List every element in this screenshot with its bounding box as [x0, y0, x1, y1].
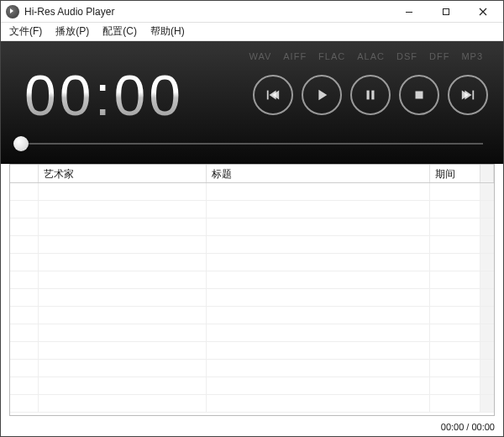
app-icon [6, 5, 19, 18]
format-flac: FLAC [318, 51, 345, 61]
format-wav: WAV [249, 51, 271, 61]
table-row [10, 289, 494, 307]
format-dsf: DSF [396, 51, 417, 61]
table-row [10, 218, 494, 236]
format-dff: DFF [429, 51, 449, 61]
format-alac: ALAC [357, 51, 385, 61]
stop-button[interactable] [399, 75, 439, 115]
menu-help[interactable]: 帮助(H) [145, 23, 190, 40]
table-row [10, 377, 494, 395]
scrollbar-header [480, 165, 494, 182]
table-row [10, 360, 494, 377]
next-button[interactable] [448, 75, 488, 115]
status-bar: 00:00 / 00:00 [1, 419, 503, 436]
window-title: Hi-Res Audio Player [24, 6, 114, 18]
maximize-button[interactable] [428, 1, 465, 23]
seek-thumb[interactable] [13, 136, 29, 151]
col-number[interactable] [10, 165, 39, 182]
menu-play[interactable]: 播放(P) [50, 23, 94, 40]
table-row [10, 236, 494, 254]
minimize-button[interactable] [391, 1, 428, 23]
player-panel: WAV AIFF FLAC ALAC DSF DFF MP3 00:00 [1, 41, 503, 164]
seek-track [21, 143, 483, 145]
svg-marker-6 [318, 90, 327, 101]
previous-button[interactable] [253, 75, 293, 115]
play-button[interactable] [302, 75, 342, 115]
svg-rect-7 [367, 91, 370, 100]
table-row [10, 201, 494, 218]
app-window: Hi-Res Audio Player 文件(F) 播放(P) 配置(C) 帮助… [0, 0, 504, 437]
col-title[interactable]: 标题 [207, 165, 430, 182]
format-aiff: AIFF [283, 51, 307, 61]
seek-bar[interactable] [16, 135, 488, 152]
time-display: 00:00 [16, 66, 253, 124]
format-row: WAV AIFF FLAC ALAC DSF DFF MP3 [16, 50, 488, 61]
pause-button[interactable] [350, 75, 391, 115]
table-row [10, 395, 494, 413]
svg-rect-9 [416, 92, 423, 99]
table-row [10, 254, 494, 271]
col-artist[interactable]: 艺术家 [39, 165, 207, 182]
table-row [10, 307, 494, 324]
col-duration[interactable]: 期间 [430, 165, 480, 182]
table-row [10, 342, 494, 360]
svg-rect-2 [267, 91, 269, 100]
table-row [10, 324, 494, 342]
svg-rect-0 [406, 12, 412, 13]
menu-bar: 文件(F) 播放(P) 配置(C) 帮助(H) [1, 23, 503, 41]
status-time: 00:00 / 00:00 [441, 422, 495, 432]
svg-marker-11 [465, 91, 471, 100]
svg-rect-1 [444, 8, 449, 14]
playlist-area: 艺术家 标题 期间 [1, 164, 503, 419]
title-bar: Hi-Res Audio Player [1, 1, 503, 23]
table-row [10, 271, 494, 289]
transport-controls [253, 75, 488, 115]
playlist: 艺术家 标题 期间 [9, 164, 495, 416]
playlist-rows[interactable] [10, 183, 494, 415]
close-button[interactable] [465, 1, 501, 23]
format-mp3: MP3 [461, 51, 483, 61]
menu-file[interactable]: 文件(F) [4, 23, 47, 40]
main-row: 00:00 [16, 66, 488, 124]
svg-rect-8 [371, 91, 374, 100]
svg-rect-12 [472, 91, 474, 100]
playlist-header: 艺术家 标题 期间 [10, 165, 494, 183]
table-row [10, 183, 494, 201]
menu-config[interactable]: 配置(C) [97, 23, 142, 40]
